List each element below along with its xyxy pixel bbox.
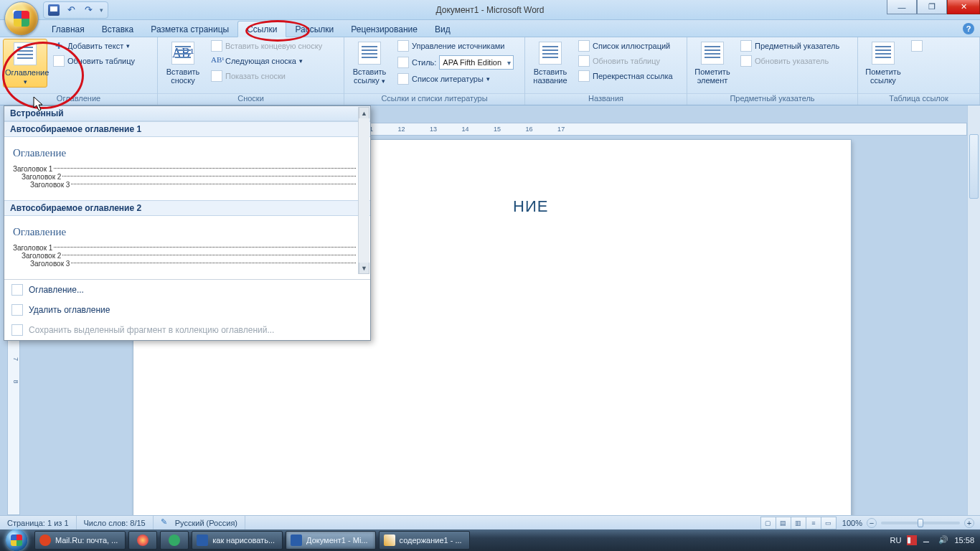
qat-more-icon[interactable]: ▾ bbox=[100, 6, 103, 14]
zoom-in-button[interactable]: + bbox=[964, 518, 974, 528]
insert-toc-icon bbox=[11, 284, 23, 296]
footnote-icon: AB¹ bbox=[171, 42, 194, 65]
firefox-icon bbox=[137, 534, 149, 546]
tab-review[interactable]: Рецензирование bbox=[342, 22, 426, 37]
update-index-button[interactable]: Обновить указатель bbox=[738, 54, 842, 68]
start-button[interactable] bbox=[0, 529, 33, 551]
taskbar-item-mail[interactable]: Mail.Ru: почта, ... bbox=[34, 531, 126, 550]
view-outline-button[interactable]: ≡ bbox=[806, 517, 821, 529]
mail-app-icon bbox=[39, 534, 51, 546]
table-of-figures-button[interactable]: Список иллюстраций bbox=[575, 39, 676, 53]
update-tof-button[interactable]: Обновить таблицу bbox=[575, 54, 676, 68]
tab-references[interactable]: Ссылки bbox=[237, 21, 286, 37]
preview-heading-2: Оглавление bbox=[13, 226, 362, 238]
gallery-scroll-up-icon[interactable]: ▲ bbox=[359, 107, 369, 118]
show-footnotes-button[interactable]: Показать сноски bbox=[208, 69, 325, 83]
gallery-cmd-remove[interactable]: Удалить оглавление bbox=[4, 300, 370, 320]
zoom-slider-knob[interactable] bbox=[918, 519, 923, 527]
gallery-item-1-title[interactable]: Автособираемое оглавление 1 bbox=[4, 121, 370, 137]
quick-access-toolbar: ↶ ↷ ▾ bbox=[43, 1, 108, 19]
save-icon[interactable] bbox=[48, 4, 60, 16]
status-bar: Страница: 1 из 1 Число слов: 8/15 ✎Русск… bbox=[0, 515, 980, 529]
status-language[interactable]: ✎Русский (Россия) bbox=[154, 516, 245, 529]
insert-footnote-button[interactable]: AB¹ Вставить сноску bbox=[161, 39, 205, 86]
window-title: Документ1 - Microsoft Word bbox=[0, 5, 980, 15]
taskbar-item-utorrent[interactable] bbox=[160, 531, 189, 550]
taskbar-item-word-1[interactable]: как нарисовать... bbox=[192, 531, 283, 550]
group-captions-label: Названия bbox=[525, 93, 687, 105]
tab-insert[interactable]: Вставка bbox=[93, 22, 143, 37]
view-draft-button[interactable]: ▭ bbox=[821, 517, 837, 529]
redo-icon[interactable]: ↷ bbox=[83, 4, 94, 16]
insert-caption-button[interactable]: Вставить название bbox=[528, 39, 573, 86]
system-tray: RU ▮ ⚊ 🔊 15:58 bbox=[885, 535, 980, 545]
mark-index-entry-button[interactable]: Пометить элемент bbox=[690, 39, 735, 86]
tab-home[interactable]: Главная bbox=[43, 22, 93, 37]
update-tof-icon bbox=[578, 55, 590, 67]
zoom-slider[interactable] bbox=[881, 522, 960, 524]
group-citations-label: Ссылки и списки литературы bbox=[344, 93, 524, 105]
zoom-value[interactable]: 100% bbox=[842, 519, 862, 527]
index-icon bbox=[740, 40, 752, 52]
insert-toa-button[interactable] bbox=[908, 39, 925, 53]
ribbon-tabs: Главная Вставка Разметка страницы Ссылки… bbox=[0, 20, 980, 37]
tray-network-icon[interactable]: ⚊ bbox=[923, 535, 933, 545]
crossref-icon bbox=[578, 70, 590, 82]
gallery-item-1-preview[interactable]: Оглавление Заголовок 11 Заголовок 21 Заг… bbox=[4, 137, 370, 200]
mark-citation-label: Пометить ссылку bbox=[865, 67, 900, 85]
tab-page-layout[interactable]: Разметка страницы bbox=[142, 22, 237, 37]
status-page[interactable]: Страница: 1 из 1 bbox=[0, 516, 77, 529]
taskbar-item-word-2[interactable]: Документ1 - Mi... bbox=[286, 531, 375, 550]
minimize-button[interactable]: — bbox=[887, 0, 917, 14]
gallery-cmd-insert[interactable]: Оглавление... bbox=[4, 280, 370, 300]
cross-reference-button[interactable]: Перекрестная ссылка bbox=[575, 69, 676, 83]
save-selection-icon bbox=[11, 324, 23, 336]
insert-index-button[interactable]: Предметный указатель bbox=[738, 39, 842, 53]
scrollbar-thumb[interactable] bbox=[969, 134, 979, 199]
tray-volume-icon[interactable]: 🔊 bbox=[938, 535, 948, 545]
update-toc-button[interactable]: Обновить таблицу bbox=[50, 54, 138, 68]
remove-toc-icon bbox=[11, 304, 23, 316]
maximize-button[interactable]: ❐ bbox=[917, 0, 947, 14]
tray-flag-icon[interactable]: ▮ bbox=[907, 535, 917, 545]
titlebar: ↶ ↷ ▾ Документ1 - Microsoft Word — ❐ ✕ bbox=[0, 0, 980, 20]
mark-citation-button[interactable]: Пометить ссылку bbox=[861, 39, 905, 86]
tray-lang[interactable]: RU bbox=[890, 536, 902, 545]
office-button[interactable] bbox=[4, 1, 39, 36]
view-full-screen-button[interactable]: ▤ bbox=[776, 517, 791, 529]
manage-sources-button[interactable]: Управление источниками bbox=[395, 39, 517, 53]
close-button[interactable]: ✕ bbox=[947, 0, 980, 14]
gallery-scrollbar[interactable]: ▲ ▼ bbox=[358, 107, 369, 274]
tab-mailings[interactable]: Рассылки bbox=[286, 22, 342, 37]
gallery-item-2-preview[interactable]: Оглавление Заголовок 11 Заголовок 21 Заг… bbox=[4, 216, 370, 279]
gallery-scroll-down-icon[interactable]: ▼ bbox=[359, 263, 369, 274]
zoom-out-button[interactable]: − bbox=[867, 518, 877, 528]
next-footnote-icon: AB¹ bbox=[211, 55, 222, 67]
next-footnote-button[interactable]: AB¹Следующая сноска ▾ bbox=[208, 54, 325, 68]
undo-icon[interactable]: ↶ bbox=[65, 4, 77, 16]
mark-citation-icon bbox=[872, 42, 895, 65]
group-footnotes-label: Сноски bbox=[158, 93, 344, 105]
style-select[interactable]: APA Fifth Edition bbox=[439, 55, 514, 70]
tray-clock[interactable]: 15:58 bbox=[954, 536, 974, 545]
mark-entry-label: Пометить элемент bbox=[694, 67, 730, 85]
view-print-layout-button[interactable]: ▢ bbox=[760, 517, 776, 529]
taskbar-item-paint[interactable]: содержание1 - ... bbox=[379, 531, 470, 550]
toc-button-label: Оглавление bbox=[5, 68, 49, 77]
spellcheck-icon: ✎ bbox=[161, 517, 172, 529]
view-web-button[interactable]: ▥ bbox=[791, 517, 806, 529]
bibliography-button[interactable]: Список литературы ▾ bbox=[395, 72, 517, 86]
insert-citation-button[interactable]: Вставить ссылку ▾ bbox=[347, 39, 392, 86]
insert-endnote-button[interactable]: Вставить концевую сноску bbox=[208, 39, 325, 53]
style-label: Стиль: bbox=[412, 58, 436, 67]
vertical-scrollbar[interactable] bbox=[967, 105, 980, 515]
tab-view[interactable]: Вид bbox=[426, 22, 459, 37]
add-text-button[interactable]: ✚Добавить текст ▾ bbox=[50, 39, 138, 53]
manage-sources-icon bbox=[397, 40, 409, 52]
toc-button[interactable]: Оглавление▾ bbox=[3, 39, 47, 88]
gallery-cmd-save: Сохранить выделенный фрагмент в коллекци… bbox=[4, 320, 370, 340]
status-words[interactable]: Число слов: 8/15 bbox=[77, 516, 154, 529]
taskbar-item-firefox[interactable] bbox=[128, 531, 157, 550]
gallery-item-2-title[interactable]: Автособираемое оглавление 2 bbox=[4, 200, 370, 216]
help-icon[interactable]: ? bbox=[963, 23, 974, 34]
